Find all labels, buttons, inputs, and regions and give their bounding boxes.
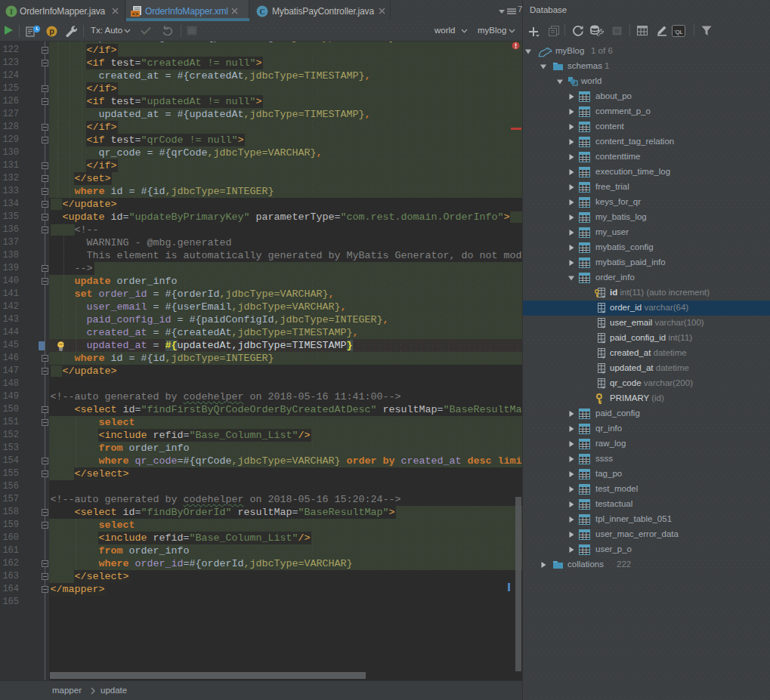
svg-text:'QL: 'QL (674, 29, 682, 35)
svg-text:p: p (49, 26, 54, 35)
svg-text:I: I (10, 8, 13, 16)
svg-text:C: C (259, 8, 264, 16)
svg-text:<>: <> (132, 11, 138, 17)
